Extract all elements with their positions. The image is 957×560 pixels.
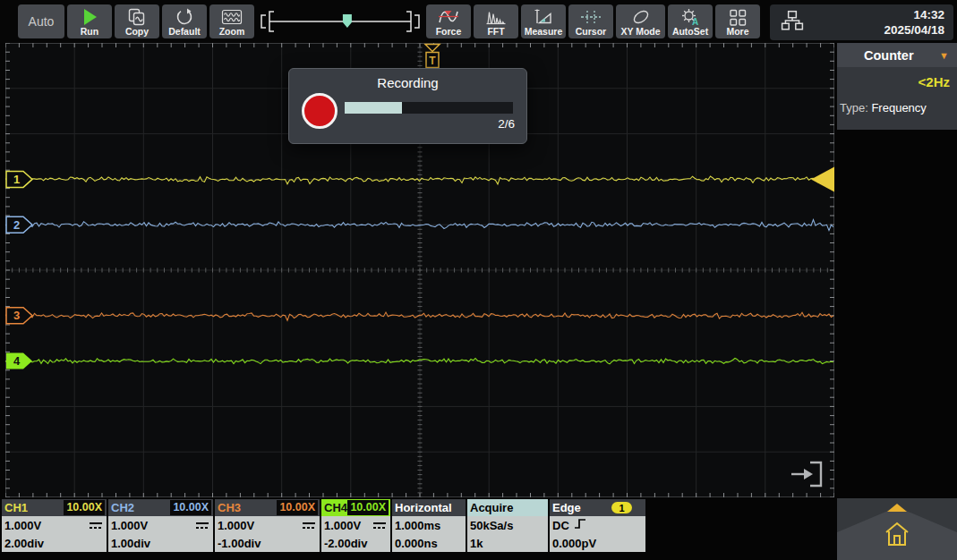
default-reset-icon [174, 7, 195, 26]
fft-button[interactable]: FFT [474, 4, 518, 38]
home-corner-panel [837, 498, 957, 560]
ch2-status-block[interactable]: CH2 10.00X 1.000V 1.00div [108, 499, 213, 552]
default-button[interactable]: Default [162, 4, 207, 38]
clock[interactable]: 14:32 2025/04/18 [884, 7, 944, 38]
horizontal-status-block[interactable]: Horizontal 1.000ms 0.000ns [392, 499, 466, 552]
acquire-status-block[interactable]: Acquire 50kSa/s 1k [467, 499, 548, 552]
copy-icon [126, 7, 148, 26]
svg-text:4: 4 [13, 354, 21, 368]
counter-panel: Counter ▼ <2Hz Type: Frequency [837, 43, 957, 130]
ch3-probe-factor: 10.00X [277, 500, 318, 515]
fft-spectrum-icon [485, 7, 507, 26]
dc-coupling-icon [373, 519, 387, 532]
recording-progress-count: 2/6 [498, 117, 515, 131]
counter-type-value: Frequency [871, 101, 926, 115]
dc-coupling-icon [303, 519, 316, 532]
svg-text:A: A [692, 17, 698, 26]
counter-type-row: Type: Frequency [837, 101, 957, 115]
slider-thumb [343, 14, 352, 28]
dc-coupling-icon [196, 519, 209, 532]
toolbar-status-box: 14:32 2025/04/18 [770, 4, 953, 40]
auto-button[interactable]: Auto [18, 4, 64, 38]
svg-text:3: 3 [13, 309, 20, 322]
clock-time: 14:32 [884, 7, 944, 22]
force-button[interactable]: Force [426, 4, 471, 38]
recording-dialog: Recording 2/6 [288, 68, 527, 144]
force-trigger-icon [438, 7, 459, 26]
measure-icon [533, 7, 554, 26]
ch1-status-block[interactable]: CH1 10.00X 1.000V 2.00div [2, 499, 107, 552]
ch2-probe-factor: 10.00X [170, 500, 211, 515]
zoom-waveform-icon [221, 7, 243, 26]
top-toolbar: Auto Run Copy Default [0, 0, 957, 43]
record-stop-button[interactable] [302, 93, 338, 129]
counter-value: <2Hz [837, 74, 957, 89]
trigger-status-block[interactable]: Edge 1 DC 0.000pV [550, 499, 645, 552]
dc-coupling-icon [90, 519, 103, 532]
auto-label: Auto [29, 14, 55, 29]
ch4-status-block[interactable]: CH4 10.00X 1.000V -2.00div [321, 499, 390, 552]
more-grid-icon [727, 7, 748, 26]
horizontal-offset-value: 0.000ns [395, 537, 438, 550]
lan-network-icon[interactable] [781, 10, 804, 35]
autoset-button[interactable]: A AutoSet [668, 4, 713, 38]
svg-text:T: T [429, 55, 436, 67]
xy-mode-icon [630, 7, 652, 26]
expand-up-arrow-icon[interactable] [887, 504, 907, 512]
memory-depth-value: 1k [470, 537, 483, 550]
home-button[interactable] [884, 520, 910, 548]
trigger-position-slider[interactable] [257, 4, 423, 38]
sample-rate-value: 50kSa/s [470, 519, 513, 532]
more-button[interactable]: More [715, 4, 760, 38]
counter-title: Counter [864, 48, 914, 63]
trigger-source-badge: 1 [611, 502, 632, 513]
cursor-icon [580, 7, 602, 26]
recording-progress-bar [345, 102, 513, 114]
ch3-status-block[interactable]: CH3 10.00X 1.000V -1.00div [215, 499, 320, 552]
chevron-down-icon: ▼ [939, 50, 949, 61]
copy-button[interactable]: Copy [115, 4, 159, 38]
measure-button[interactable]: Measure [521, 4, 566, 38]
trigger-coupling-value: DC [552, 519, 569, 532]
timebase-value: 1.000ms [395, 519, 440, 532]
autoset-gear-icon: A [679, 7, 701, 26]
rising-edge-icon [574, 518, 586, 532]
xy-mode-button[interactable]: XY Mode [616, 4, 665, 38]
run-button[interactable]: Run [67, 4, 112, 38]
ch4-probe-factor: 10.00X [347, 500, 389, 515]
svg-text:1: 1 [13, 173, 20, 186]
ch1-probe-factor: 10.00X [64, 500, 105, 515]
recording-progress-fill [345, 102, 402, 114]
zoom-button[interactable]: Zoom [209, 4, 254, 38]
run-play-icon [79, 7, 100, 26]
counter-dropdown[interactable]: Counter ▼ [837, 43, 957, 67]
svg-text:2: 2 [13, 218, 20, 232]
recording-title: Recording [289, 75, 526, 90]
bottom-status-bar: CH1 10.00X 1.000V 2.00div CH2 10.00X 1.0… [2, 499, 645, 552]
cursor-button[interactable]: Cursor [568, 4, 613, 38]
trigger-level-value: 0.000pV [552, 537, 596, 550]
clock-date: 2025/04/18 [884, 22, 944, 38]
